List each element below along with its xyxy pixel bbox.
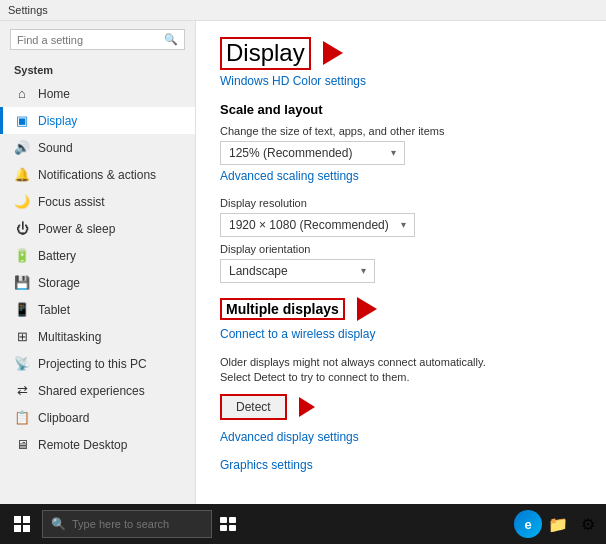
windows-logo [14, 516, 30, 532]
windows-start-button[interactable] [4, 504, 40, 544]
change-size-label: Change the size of text, apps, and other… [220, 125, 582, 137]
orientation-value: Landscape [229, 264, 288, 278]
page-title-arrow [323, 41, 343, 65]
resolution-dropdown[interactable]: 1920 × 1080 (Recommended) ▾ [220, 213, 415, 237]
tablet-icon: 📱 [14, 302, 30, 317]
remote-icon: 🖥 [14, 437, 30, 452]
multiple-displays-row: Multiple displays [220, 297, 582, 321]
sidebar-item-storage-label: Storage [38, 276, 80, 290]
sidebar-item-sound[interactable]: 🔊 Sound [0, 134, 195, 161]
search-icon: 🔍 [164, 33, 178, 46]
resolution-chevron: ▾ [401, 219, 406, 230]
windows-hd-link[interactable]: Windows HD Color settings [220, 74, 582, 88]
search-input[interactable] [17, 34, 164, 46]
sidebar-item-tablet[interactable]: 📱 Tablet [0, 296, 195, 323]
search-box[interactable]: 🔍 [10, 29, 185, 50]
resolution-value: 1920 × 1080 (Recommended) [229, 218, 389, 232]
notifications-icon: 🔔 [14, 167, 30, 182]
power-icon: ⏻ [14, 221, 30, 236]
advanced-display-link[interactable]: Advanced display settings [220, 430, 582, 444]
resolution-dropdown-row: 1920 × 1080 (Recommended) ▾ [220, 213, 582, 237]
sidebar-item-clipboard[interactable]: 📋 Clipboard [0, 404, 195, 431]
multitasking-icon: ⊞ [14, 329, 30, 344]
sidebar-item-projecting[interactable]: 📡 Projecting to this PC [0, 350, 195, 377]
detect-arrow [299, 397, 315, 417]
scale-layout-heading: Scale and layout [220, 102, 582, 117]
edge-browser-icon[interactable]: e [514, 510, 542, 538]
sidebar-item-notifications[interactable]: 🔔 Notifications & actions [0, 161, 195, 188]
sidebar-section-label: System [0, 58, 195, 80]
sidebar-item-home[interactable]: ⌂ Home [0, 80, 195, 107]
sidebar-item-battery[interactable]: 🔋 Battery [0, 242, 195, 269]
taskbar: 🔍 e 📁 ⚙ [0, 504, 606, 544]
connect-wireless-link[interactable]: Connect to a wireless display [220, 327, 582, 341]
storage-icon: 💾 [14, 275, 30, 290]
clipboard-icon: 📋 [14, 410, 30, 425]
sidebar-item-remote[interactable]: 🖥 Remote Desktop [0, 431, 195, 458]
page-title: Display [220, 37, 311, 70]
orientation-dropdown-row: Landscape ▾ [220, 259, 582, 283]
resolution-label: Display resolution [220, 197, 582, 209]
sidebar-item-shared[interactable]: ⇄ Shared experiences [0, 377, 195, 404]
home-icon: ⌂ [14, 86, 30, 101]
scale-dropdown[interactable]: 125% (Recommended) ▾ [220, 141, 405, 165]
sidebar-item-tablet-label: Tablet [38, 303, 70, 317]
taskbar-search-box[interactable]: 🔍 [42, 510, 212, 538]
svg-rect-2 [220, 525, 227, 531]
projecting-icon: 📡 [14, 356, 30, 371]
page-title-row: Display [220, 37, 582, 70]
svg-rect-1 [229, 517, 236, 523]
sidebar-item-focus-label: Focus assist [38, 195, 105, 209]
advanced-scaling-link[interactable]: Advanced scaling settings [220, 169, 582, 183]
sidebar-item-storage[interactable]: 💾 Storage [0, 269, 195, 296]
battery-icon: 🔋 [14, 248, 30, 263]
sidebar-item-multitasking[interactable]: ⊞ Multitasking [0, 323, 195, 350]
multiple-displays-heading: Multiple displays [220, 298, 345, 320]
sidebar-item-clipboard-label: Clipboard [38, 411, 89, 425]
scale-chevron: ▾ [391, 147, 396, 158]
svg-rect-0 [220, 517, 227, 523]
sidebar-item-remote-label: Remote Desktop [38, 438, 127, 452]
sidebar-item-notifications-label: Notifications & actions [38, 168, 156, 182]
title-bar-label: Settings [8, 4, 48, 16]
taskbar-search-input[interactable] [72, 518, 192, 530]
focus-icon: 🌙 [14, 194, 30, 209]
file-explorer-icon[interactable]: 📁 [544, 510, 572, 538]
sidebar-item-home-label: Home [38, 87, 70, 101]
scale-dropdown-row: 125% (Recommended) ▾ [220, 141, 582, 165]
sidebar-item-display-label: Display [38, 114, 77, 128]
sidebar-item-shared-label: Shared experiences [38, 384, 145, 398]
sidebar-item-multitasking-label: Multitasking [38, 330, 101, 344]
sound-icon: 🔊 [14, 140, 30, 155]
shared-icon: ⇄ [14, 383, 30, 398]
main-content: Display Windows HD Color settings Scale … [196, 21, 606, 504]
orientation-label: Display orientation [220, 243, 582, 255]
scale-value: 125% (Recommended) [229, 146, 352, 160]
sidebar-item-focus[interactable]: 🌙 Focus assist [0, 188, 195, 215]
sidebar-item-sound-label: Sound [38, 141, 73, 155]
sidebar-item-power[interactable]: ⏻ Power & sleep [0, 215, 195, 242]
detect-row: Detect [220, 394, 582, 420]
title-bar: Settings [0, 0, 606, 21]
svg-rect-3 [229, 525, 236, 531]
sidebar-item-power-label: Power & sleep [38, 222, 115, 236]
settings-taskbar-icon[interactable]: ⚙ [574, 510, 602, 538]
detect-button[interactable]: Detect [220, 394, 287, 420]
sidebar-item-projecting-label: Projecting to this PC [38, 357, 147, 371]
multiple-displays-arrow [357, 297, 377, 321]
task-view-button[interactable] [214, 510, 242, 538]
orientation-dropdown[interactable]: Landscape ▾ [220, 259, 375, 283]
graphics-settings-link[interactable]: Graphics settings [220, 458, 582, 472]
taskbar-search-icon: 🔍 [51, 517, 66, 531]
multiple-displays-desc: Older displays might not always connect … [220, 355, 510, 386]
sidebar-item-display[interactable]: ▣ Display [0, 107, 195, 134]
orientation-chevron: ▾ [361, 265, 366, 276]
display-icon: ▣ [14, 113, 30, 128]
sidebar: 🔍 System ⌂ Home ▣ Display 🔊 Sound 🔔 Noti… [0, 21, 196, 504]
sidebar-item-battery-label: Battery [38, 249, 76, 263]
